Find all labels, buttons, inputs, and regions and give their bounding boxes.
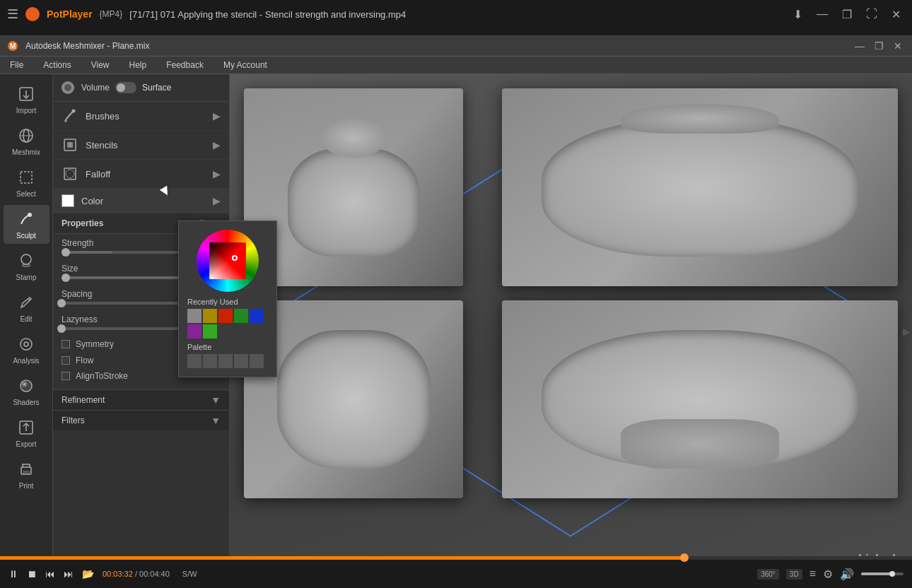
progress-thumb[interactable] (680, 553, 689, 562)
sidebar-item-analysis[interactable]: Analysis (4, 330, 49, 369)
brushes-label: Brushes (86, 111, 206, 122)
svg-point-15 (21, 380, 32, 392)
color-picker-popup: Recently Used Palette (178, 220, 277, 377)
sculpture-top-right (502, 88, 898, 286)
window-controls: ⬇ — ❐ ⛶ ✕ (789, 8, 905, 21)
recently-used-label: Recently Used (187, 298, 268, 306)
mm-close-icon[interactable]: ✕ (891, 40, 905, 52)
recent-color-3[interactable] (218, 309, 233, 323)
svg-line-11 (28, 299, 30, 300)
time-display: 00:03:32 / 00:04:40 (103, 570, 170, 578)
spacing-thumb[interactable] (57, 299, 66, 307)
flow-checkbox[interactable] (62, 356, 70, 365)
color-wheel[interactable] (197, 230, 259, 292)
sidebar-item-select[interactable]: Select (4, 163, 49, 202)
recent-color-5[interactable] (250, 309, 264, 323)
mm-menubar: File Actions View Help Feedback My Accou… (0, 57, 912, 74)
falloff-icon (62, 165, 78, 182)
mm-main-content: Import Meshmix Select (0, 74, 912, 588)
select-label: Select (16, 190, 36, 198)
svg-text:M: M (10, 42, 16, 50)
player-controls: ⏸ ⏹ ⏮ ⏭ 📂 00:03:32 / 00:04:40 S/W 360° 3… (0, 560, 912, 588)
sidebar-item-import[interactable]: Import (4, 80, 49, 119)
color-wheel-container (187, 230, 268, 292)
filters-section[interactable]: Filters ▼ (53, 410, 229, 430)
viewport[interactable]: 3D (230, 74, 912, 588)
svg-rect-25 (67, 142, 73, 148)
sidebar-item-sculpt[interactable]: Sculpt (4, 205, 49, 244)
palette-color-5[interactable] (250, 354, 264, 368)
volume-thumb[interactable] (889, 571, 895, 577)
svg-point-13 (24, 342, 28, 346)
sidebar-item-stamp[interactable]: Stamp (4, 247, 49, 286)
progress-bar[interactable] (0, 556, 912, 560)
maximize-icon[interactable]: ❐ (838, 8, 856, 21)
settings-icon[interactable]: ⚙ (823, 568, 833, 581)
badge-360: 360° (757, 569, 779, 580)
color-selector-dot[interactable] (232, 255, 238, 261)
video-title: [71/71] 071 Applying the stencil - Stenc… (129, 9, 782, 20)
close-icon[interactable]: ✕ (887, 8, 905, 21)
size-thumb[interactable] (62, 274, 70, 282)
palette-section: Palette (187, 343, 268, 368)
palette-color-1[interactable] (187, 354, 201, 368)
menu-view[interactable]: View (87, 59, 114, 71)
sidebar-item-edit[interactable]: Edit (4, 288, 49, 327)
player-right-controls: 360° 3D ≡ ⚙ 🔊 (757, 568, 904, 581)
stop-btn[interactable]: ⏹ (27, 568, 37, 580)
refinement-section[interactable]: Refinement ▼ (53, 389, 229, 410)
mm-minimize-icon[interactable]: — (852, 40, 867, 52)
lazyness-thumb[interactable] (57, 324, 66, 333)
palette-color-2[interactable] (203, 354, 217, 368)
stencils-row[interactable]: Stencils ▶ (53, 131, 229, 160)
size-label: Size (62, 264, 78, 274)
sidebar-item-print[interactable]: Print (4, 455, 49, 494)
color-gradient-square[interactable] (209, 242, 246, 279)
volume-slider[interactable] (861, 572, 904, 575)
potplayer-icon (25, 7, 40, 21)
menu-help[interactable]: Help (125, 59, 151, 71)
progress-fill (0, 556, 684, 560)
expand-arrow-icon[interactable]: ▶ (903, 326, 911, 337)
volume-icon[interactable]: 🔊 (840, 568, 854, 581)
sidebar-item-shaders[interactable]: Shaders (4, 372, 49, 411)
minimize-icon[interactable]: — (812, 8, 832, 21)
strength-thumb[interactable] (62, 248, 70, 257)
sidebar-item-export[interactable]: Export (4, 413, 49, 452)
falloff-arrow-icon: ▶ (213, 168, 221, 180)
recent-color-4[interactable] (234, 309, 248, 323)
prev-btn[interactable]: ⏮ (45, 568, 55, 580)
pin-icon[interactable]: ⬇ (789, 8, 807, 21)
menu-file[interactable]: File (6, 59, 28, 71)
open-btn[interactable]: 📂 (82, 568, 94, 580)
color-row[interactable]: Color ▶ (53, 189, 229, 213)
brushes-row[interactable]: Brushes ▶ (53, 102, 229, 131)
menu-feedback[interactable]: Feedback (162, 59, 208, 71)
align-to-stroke-checkbox[interactable] (62, 372, 70, 380)
symmetry-label: Symmetry (76, 339, 114, 349)
menu-hamburger-icon[interactable]: ☰ (7, 6, 18, 22)
playlist-icon[interactable]: ≡ (809, 568, 816, 580)
sidebar-item-meshmix[interactable]: Meshmix (4, 122, 49, 160)
mm-maximize-icon[interactable]: ❐ (872, 40, 887, 52)
menu-actions[interactable]: Actions (39, 59, 75, 71)
falloff-row[interactable]: Falloff ▶ (53, 160, 229, 189)
menu-myaccount[interactable]: My Account (219, 59, 271, 71)
stamp-label: Stamp (16, 274, 37, 281)
fullscreen-icon[interactable]: ⛶ (862, 8, 882, 21)
vol-surf-toggle[interactable] (115, 82, 136, 93)
lazyness-label: Lazyness (62, 314, 98, 324)
palette-color-3[interactable] (218, 354, 233, 368)
symmetry-checkbox[interactable] (62, 340, 70, 348)
format-badge: {MP4} (100, 9, 123, 19)
recent-color-2[interactable] (203, 309, 217, 323)
svg-point-22 (72, 110, 76, 113)
svg-point-8 (28, 213, 32, 217)
recent-color-6[interactable] (187, 324, 201, 339)
play-pause-btn[interactable]: ⏸ (8, 568, 18, 580)
recent-color-7[interactable] (203, 324, 217, 339)
palette-color-4[interactable] (234, 354, 248, 368)
recent-color-1[interactable] (187, 309, 201, 323)
left-sidebar: Import Meshmix Select (0, 74, 53, 588)
next-btn[interactable]: ⏭ (64, 568, 74, 580)
